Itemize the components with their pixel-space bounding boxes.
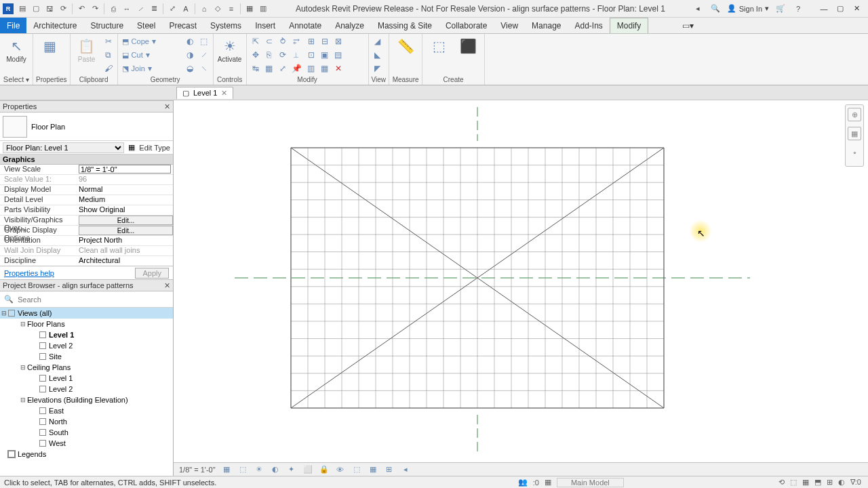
measure-button[interactable]: 📏 [392, 35, 419, 54]
mod-b1[interactable]: ⊡ [305, 49, 317, 61]
full-nav-icon[interactable]: ⊕ [848, 108, 861, 121]
tab-addins[interactable]: Add-Ins [568, 18, 609, 33]
document-tab[interactable]: ▢ Level 1 ✕ [176, 87, 233, 99]
maximize-button[interactable]: ▢ [833, 3, 848, 15]
sb-icon-3[interactable]: ▦ [802, 478, 809, 487]
tree-views-all[interactable]: ⊟Views (all) [0, 308, 173, 319]
tab-manage[interactable]: Manage [525, 18, 568, 33]
sb-icon-1[interactable]: ⟲ [778, 478, 785, 487]
cut-geom-button[interactable]: ⬓Cut ▾ [121, 49, 182, 61]
worksets-icon[interactable]: 👥 [518, 478, 528, 487]
pan-icon[interactable]: ∘ [848, 146, 861, 159]
mirror-axis-button[interactable]: ⥁ [277, 35, 289, 47]
tab-modify[interactable]: Modify [610, 18, 648, 33]
tree-el-west[interactable]: West [0, 438, 173, 449]
tree-floor-plans[interactable]: ⊟Floor Plans [0, 319, 173, 329]
vb-lock-icon[interactable]: 🔒 [319, 464, 330, 475]
tab-insert[interactable]: Insert [248, 18, 282, 33]
ribbon-collapse-icon[interactable]: ▭▾ [675, 18, 701, 33]
project-browser-header[interactable]: Project Browser - align surface patterns… [0, 279, 173, 291]
copy-clip-button[interactable]: ⧉ [102, 49, 115, 61]
sb-icon-5[interactable]: ⊞ [827, 478, 833, 487]
sb-icon-6[interactable]: ◐ [838, 478, 845, 487]
geom-btn-6[interactable]: ⟍ [198, 62, 210, 75]
sb-icon-4[interactable]: ⬒ [814, 478, 821, 487]
qat-measure-icon[interactable]: ⟋ [134, 3, 146, 15]
properties-panel-header[interactable]: Properties ✕ [0, 100, 173, 113]
tree-cp-level1[interactable]: Level 1 [0, 373, 173, 384]
view-c[interactable]: ◤ [372, 62, 384, 75]
qat-undo-icon[interactable]: ↶ [75, 3, 87, 15]
offset-button[interactable]: ⊂ [263, 35, 275, 47]
display-model-value[interactable]: Normal [76, 185, 173, 195]
qat-switch-icon[interactable]: ▥ [257, 3, 269, 15]
qat-sync-icon[interactable]: ⟳ [57, 3, 69, 15]
qat-open-icon[interactable]: ▢ [30, 3, 42, 15]
delete-button[interactable]: ✕ [332, 62, 344, 75]
vb-hide-icon[interactable]: 👁 [335, 464, 346, 475]
mod-a1[interactable]: ⊞ [305, 35, 317, 47]
qat-home-icon[interactable]: ▤ [16, 3, 28, 15]
qat-text-icon[interactable]: A [180, 3, 192, 15]
mod-a2[interactable]: ⊟ [319, 35, 331, 47]
qat-3d-icon[interactable]: ⌂ [198, 3, 210, 15]
group-graphics[interactable]: Graphics [0, 155, 173, 165]
geom-btn-2[interactable]: ◑ [184, 49, 196, 61]
exchange-icon[interactable]: 🛒 [774, 3, 787, 15]
tree-el-north[interactable]: North [0, 416, 173, 427]
sb-icon-2[interactable]: ⬚ [790, 478, 797, 487]
array-button[interactable]: ▦ [263, 62, 275, 75]
instance-dropdown[interactable]: Floor Plan: Level 1 [3, 142, 124, 153]
tab-precast[interactable]: Precast [162, 18, 203, 33]
filter-icon[interactable]: ∇:0 [850, 478, 861, 487]
cut-clip-button[interactable]: ✂ [102, 35, 115, 47]
tree-legends[interactable]: Legends [0, 449, 173, 460]
geom-btn-4[interactable]: ⬚ [198, 35, 210, 47]
scale-label[interactable]: 1/8" = 1'-0" [179, 466, 216, 474]
vb-back-icon[interactable]: ◂ [400, 464, 411, 475]
properties-button[interactable]: ▦ [36, 35, 63, 54]
vb-render-icon[interactable]: ✦ [286, 464, 297, 475]
view-b[interactable]: ◣ [372, 49, 384, 61]
vg-edit-button[interactable]: Edit... [79, 216, 173, 225]
nav-left-icon[interactable]: ◂ [692, 3, 704, 15]
tab-annotate[interactable]: Annotate [282, 18, 328, 33]
qat-redo-icon[interactable]: ↷ [89, 3, 101, 15]
drawing-canvas[interactable]: ⊕ ▦ ∘ ↖ 1/8" = 1'-0" ▦ ⬚ ☀ ◐ ✦ ⬜ 🔒 👁 ⬚ ▦… [174, 100, 868, 476]
modify-tool-button[interactable]: ↖Modify [3, 35, 30, 63]
tree-cp-level2[interactable]: Level 2 [0, 384, 173, 394]
activate-button[interactable]: ☀Activate [216, 35, 243, 63]
close-window-button[interactable]: ✕ [849, 3, 864, 15]
vb-reveal-icon[interactable]: ⬚ [351, 464, 362, 475]
zoom-icon[interactable]: ▦ [848, 127, 861, 140]
align-button[interactable]: ⇱ [250, 35, 262, 47]
create-button-2[interactable]: ⬛ [454, 35, 481, 54]
geom-btn-3[interactable]: ◒ [184, 62, 196, 75]
type-selector[interactable]: Floor Plan [0, 113, 173, 141]
paste-button[interactable]: 📋Paste [73, 35, 100, 63]
join-button[interactable]: ⬔Join ▾ [121, 62, 182, 75]
geom-btn-1[interactable]: ◐ [184, 35, 196, 47]
properties-help-link[interactable]: Properties help [4, 269, 54, 277]
vb-temp-icon[interactable]: ▦ [368, 464, 378, 475]
tree-fp-site[interactable]: Site [0, 351, 173, 362]
vb-model-icon[interactable]: ⬚ [237, 464, 248, 475]
main-model-dropdown[interactable]: Main Model [557, 478, 624, 487]
tree-el-south[interactable]: South [0, 427, 173, 438]
cope-button[interactable]: ⬒Cope ▾ [121, 35, 182, 47]
tab-systems[interactable]: Systems [203, 18, 248, 33]
minimize-button[interactable]: — [816, 3, 831, 15]
pb-search-input[interactable] [18, 296, 169, 304]
qat-section-icon[interactable]: ◇ [212, 3, 224, 15]
mod-b2[interactable]: ▣ [319, 49, 331, 61]
tree-fp-level1[interactable]: Level 1 [0, 329, 173, 340]
tab-file[interactable]: File [0, 18, 26, 33]
match-button[interactable]: 🖌 [102, 62, 115, 75]
tab-massing[interactable]: Massing & Site [371, 18, 439, 33]
gdo-edit-button[interactable]: Edit... [79, 226, 173, 235]
mod-c1[interactable]: ▥ [305, 62, 317, 75]
trim-button[interactable]: ⟂ [290, 49, 302, 61]
qat-tag-icon[interactable]: ⤢ [166, 3, 178, 15]
pb-close-icon[interactable]: ✕ [164, 281, 170, 290]
tab-analyze[interactable]: Analyze [328, 18, 371, 33]
